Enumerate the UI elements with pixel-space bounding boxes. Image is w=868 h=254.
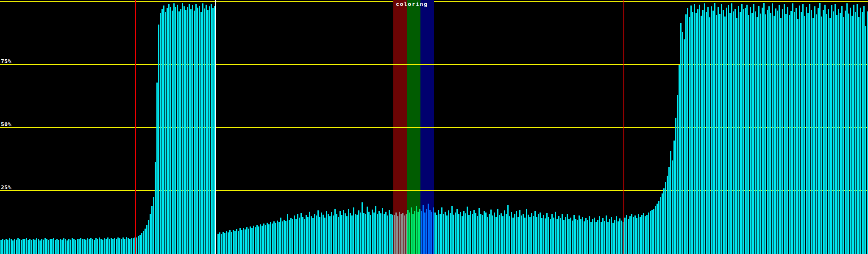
y-tick-label-50: 50% xyxy=(1,121,11,127)
y-tick-label-25: 25% xyxy=(1,185,11,190)
labels-layer: coloring 25%50%75% xyxy=(0,0,868,254)
histogram-chart: coloring 25%50%75% xyxy=(0,0,868,254)
coloring-annotation-label: coloring xyxy=(396,1,428,7)
y-tick-label-75: 75% xyxy=(1,58,11,64)
